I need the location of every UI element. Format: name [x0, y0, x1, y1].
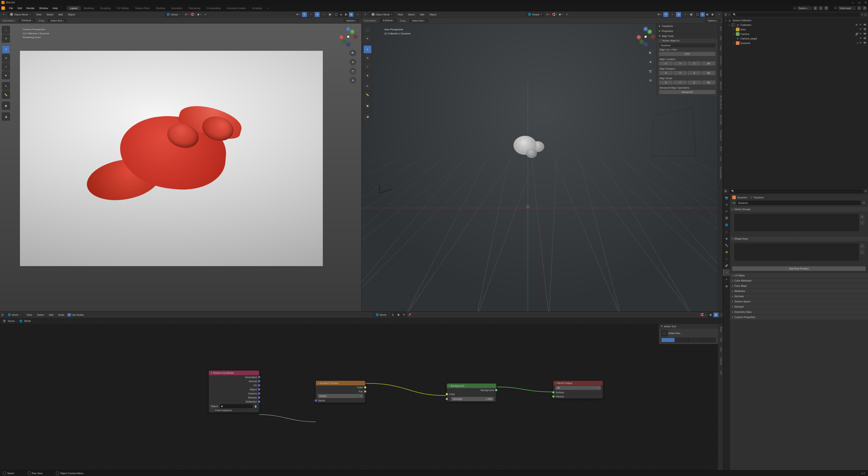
- tab-texture-paint[interactable]: Texture Paint: [132, 6, 153, 10]
- tool-addcube-r[interactable]: ▣: [363, 101, 372, 110]
- exclude-icon[interactable]: ◑: [855, 23, 859, 27]
- gizmo-toggle-r[interactable]: ⊕: [663, 12, 668, 17]
- outliner-filter-icon[interactable]: ▽: [861, 13, 863, 16]
- tab-sculpting[interactable]: Sculpting: [97, 6, 114, 10]
- section-color-attrs[interactable]: ▸Color Attributes: [730, 278, 868, 283]
- tab-collection-props[interactable]: ▢: [723, 228, 730, 235]
- xray-toggle[interactable]: ▦: [327, 12, 332, 17]
- snap-dropdown[interactable]: 🧲: [190, 12, 195, 17]
- eyedropper-icon[interactable]: 💧: [254, 405, 257, 408]
- out-background[interactable]: Background: [447, 388, 496, 392]
- cam-eye[interactable]: 👁: [859, 32, 863, 36]
- select-mode-3[interactable]: [688, 338, 702, 342]
- scene-delete-button[interactable]: ✕: [824, 6, 828, 10]
- ne-tab-view[interactable]: View: [718, 344, 723, 355]
- blender-icon[interactable]: [1, 6, 5, 10]
- tab-geometry-nodes[interactable]: Geometry Nodes: [224, 6, 249, 10]
- pivot-dropdown-r[interactable]: ⊙: [546, 12, 550, 17]
- shape-keys-list[interactable]: ＋ －: [735, 244, 859, 261]
- ntab-blendit[interactable]: Blend-It: [718, 79, 723, 92]
- align-xyz-button[interactable]: XYZ: [659, 52, 715, 56]
- section-remesh[interactable]: ▸Remesh: [730, 304, 868, 309]
- add-rest-position-button[interactable]: Add Rest Position: [732, 266, 866, 271]
- out-color[interactable]: Color: [316, 385, 365, 389]
- section-vertex-groups[interactable]: ▾Vertex Groups: [730, 207, 868, 212]
- crumb-world[interactable]: World: [24, 320, 31, 322]
- prop-edit-dropdown[interactable]: ◉: [197, 12, 202, 17]
- ne-preview[interactable]: ◉: [713, 312, 719, 317]
- ntab-grassblades[interactable]: Grassblades: [718, 164, 723, 182]
- outliner-scene-collection[interactable]: ▾▷ Scene Collection: [723, 18, 868, 23]
- ne-snap-options[interactable]: [705, 314, 706, 316]
- align-loc-x[interactable]: X: [659, 61, 673, 65]
- mode-select-r[interactable]: Object Mode: [369, 12, 395, 17]
- active-tool-header[interactable]: ▾Active Tool⋯: [659, 324, 718, 329]
- section-shape-keys[interactable]: ▾Shape Keys: [730, 236, 868, 241]
- vp-menu-object[interactable]: Object: [66, 13, 77, 16]
- panel-align-tools-header[interactable]: ▾Align Tools: [657, 34, 718, 38]
- vpr-menu-add[interactable]: Add: [418, 13, 426, 16]
- node-texture-coordinate[interactable]: ▾Texture Coordinate Generated Normal UV …: [209, 370, 259, 413]
- node-background[interactable]: ▾Background Background Color Strength1.0…: [446, 383, 496, 402]
- cam-render[interactable]: 📷: [864, 32, 867, 36]
- viewport-right-body[interactable]: User Perspective (1) Collection | Suzann…: [362, 24, 723, 312]
- tool-scale[interactable]: ⤢: [2, 63, 10, 71]
- tool-annotate-r[interactable]: ✎: [363, 82, 372, 90]
- drag-select-r[interactable]: Select Box: [409, 19, 428, 23]
- tab-scripting[interactable]: Scripting: [249, 6, 265, 10]
- axis-neg-z-r[interactable]: [643, 42, 648, 47]
- zoom-button[interactable]: 🔍: [349, 50, 356, 57]
- viewport-left-body[interactable]: Camera Perspective (1) Collection | Suza…: [0, 24, 361, 312]
- vertex-groups-list[interactable]: ＋ －: [735, 214, 859, 231]
- object-picker[interactable]: ■: [220, 404, 253, 408]
- crumb-data[interactable]: Suzanne: [754, 196, 764, 199]
- editor-type-icon-r[interactable]: ⌗: [363, 12, 368, 17]
- overlay-dropdown-r[interactable]: [682, 12, 687, 17]
- tool-select-r[interactable]: ⬚: [363, 26, 372, 34]
- placement-button[interactable]: ⤢: [203, 12, 208, 17]
- orientation-select-r[interactable]: 🌐Global: [526, 12, 544, 17]
- tool-addcube[interactable]: ▣: [2, 101, 10, 110]
- ne-tab-corn[interactable]: corn: [718, 368, 723, 378]
- shading-matprev[interactable]: ◐: [344, 12, 349, 17]
- out-reflection[interactable]: Reflection: [209, 400, 259, 404]
- orientation-sub-r[interactable]: ↯Default: [380, 19, 397, 23]
- node-world-output[interactable]: ▾World Output All Surface Volume: [553, 381, 603, 399]
- ntab-tool[interactable]: Tool: [718, 33, 723, 43]
- pan-button-r[interactable]: ✥: [647, 59, 654, 65]
- orientation-sub[interactable]: ↯Default: [18, 19, 35, 23]
- tab-world[interactable]: 🌐: [723, 221, 730, 228]
- panel-properties-header[interactable]: ▸Properties: [657, 29, 718, 34]
- pin-button[interactable]: ⎘: [390, 312, 396, 317]
- fake-user-button[interactable]: 📌: [408, 313, 411, 316]
- collection-checkbox[interactable]: ✓: [732, 23, 735, 27]
- target-eye[interactable]: 👁: [859, 37, 863, 40]
- visibility-dropdown-r[interactable]: 👁: [657, 12, 662, 17]
- tab-particles[interactable]: ✨: [723, 249, 730, 255]
- axis-y-r[interactable]: Y: [647, 29, 652, 34]
- in-vector[interactable]: Vector: [316, 399, 365, 403]
- tab-animation[interactable]: Animation: [168, 6, 186, 10]
- target-select[interactable]: All: [555, 386, 601, 390]
- shading-options[interactable]: [355, 12, 360, 17]
- in-strength[interactable]: Strength1.000: [447, 396, 496, 402]
- tab-output[interactable]: 🖨: [723, 201, 730, 208]
- tab-compositing[interactable]: Compositing: [204, 6, 224, 10]
- prop-edit-dropdown-r[interactable]: ◉: [558, 12, 563, 17]
- outliner-item-camera-target[interactable]: ✛ Camera_target 👁📷: [723, 36, 868, 41]
- props-search[interactable]: 🔍: [730, 189, 863, 193]
- shading-solid[interactable]: ●: [339, 12, 344, 17]
- shading-matprev-r[interactable]: ◐: [705, 12, 710, 17]
- out-normal[interactable]: Normal: [209, 379, 259, 383]
- align-scale-z[interactable]: Z: [687, 81, 702, 85]
- tab-shading[interactable]: Shading: [153, 6, 168, 10]
- out-generated[interactable]: Generated: [209, 375, 259, 379]
- tab-texture[interactable]: ▦: [723, 283, 730, 289]
- use-nodes-checkbox[interactable]: ✓Use Nodes: [67, 313, 84, 316]
- nav-gizmo-r[interactable]: Z Y X: [637, 28, 655, 46]
- mode-select[interactable]: Object Mode: [8, 12, 33, 17]
- tab-viewlayer[interactable]: ☰: [723, 208, 730, 215]
- in-color[interactable]: Color: [447, 392, 496, 396]
- vpr-menu-view[interactable]: View: [396, 13, 405, 16]
- axis-neg-z[interactable]: [346, 42, 350, 47]
